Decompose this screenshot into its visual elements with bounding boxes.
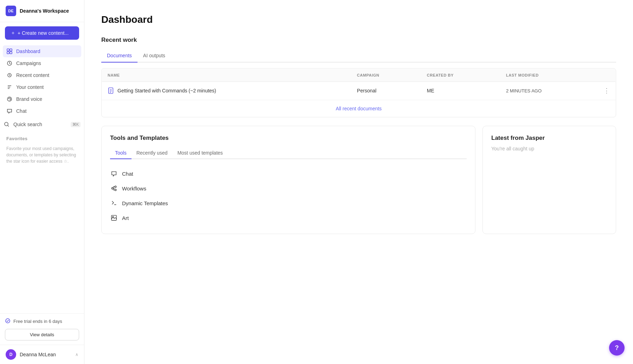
- dashboard-icon: [6, 48, 13, 54]
- svg-rect-0: [7, 49, 9, 51]
- doc-created-by: ME: [421, 82, 500, 100]
- sidebar-item-brand-voice[interactable]: Brand voice: [3, 93, 81, 105]
- table-row: Getting Started with Commands (~2 minute…: [102, 82, 616, 100]
- view-details-button[interactable]: View details: [5, 329, 79, 340]
- trial-banner: Free trial ends in 6 days: [5, 318, 79, 325]
- favorites-heading: Favorites: [0, 130, 84, 144]
- doc-actions-cell: ⋮: [598, 82, 616, 100]
- chevron-icon: ∧: [75, 352, 78, 357]
- tool-chat-icon: [110, 170, 118, 177]
- recent-work-tabs: Documents AI outputs: [101, 49, 616, 63]
- tool-dynamic-templates-icon: [110, 199, 118, 207]
- user-profile[interactable]: D Deanna McLean ∧: [0, 345, 84, 364]
- all-recent-documents-link[interactable]: All recent documents: [102, 100, 616, 117]
- search-icon: [4, 121, 10, 128]
- tab-tools[interactable]: Tools: [110, 147, 132, 159]
- latest-jasper-card: Latest from Jasper You're all caught up: [482, 126, 616, 234]
- tools-templates-heading: Tools and Templates: [110, 135, 467, 142]
- user-avatar: D: [6, 349, 16, 360]
- tool-item-workflows[interactable]: Workflows: [110, 181, 467, 196]
- tools-templates-card: Tools and Templates Tools Recently used …: [101, 126, 475, 234]
- sidebar-item-campaigns[interactable]: Campaigns: [3, 57, 81, 69]
- tool-art-icon: [110, 214, 118, 222]
- bottom-grid: Tools and Templates Tools Recently used …: [101, 126, 616, 234]
- recent-content-icon: [6, 72, 13, 78]
- help-button[interactable]: ?: [609, 340, 625, 356]
- col-name: NAME: [102, 69, 352, 82]
- workspace-avatar: DE: [6, 6, 16, 16]
- chat-icon: [6, 108, 13, 114]
- documents-table: NAME CAMPAIGN CREATED BY LAST MODIFIED: [102, 69, 616, 100]
- caught-up-message: You're all caught up: [491, 146, 607, 151]
- doc-more-menu-button[interactable]: ⋮: [603, 87, 610, 95]
- trial-icon: [5, 318, 11, 325]
- latest-jasper-heading: Latest from Jasper: [491, 135, 607, 142]
- tool-workflows-icon: [110, 184, 118, 192]
- tool-item-chat[interactable]: Chat: [110, 166, 467, 181]
- svg-rect-1: [10, 49, 12, 51]
- sidebar-item-chat[interactable]: Chat: [3, 105, 81, 117]
- svg-rect-9: [109, 88, 113, 93]
- svg-point-11: [115, 186, 116, 188]
- tools-tabs: Tools Recently used Most used templates: [110, 147, 467, 159]
- doc-name-cell: Getting Started with Commands (~2 minute…: [102, 82, 352, 100]
- keyboard-shortcut: ⌘K: [71, 122, 81, 127]
- sidebar-footer: Free trial ends in 6 days View details D…: [0, 313, 84, 364]
- doc-last-modified: 2 MINUTES AGO: [500, 82, 598, 100]
- recent-work-heading: Recent work: [101, 37, 616, 44]
- doc-campaign: Personal: [351, 82, 421, 100]
- your-content-icon: [6, 84, 13, 90]
- tools-list: Chat Workflows: [110, 166, 467, 225]
- main-content: Dashboard Recent work Documents AI outpu…: [84, 0, 633, 364]
- svg-point-12: [115, 189, 116, 191]
- document-icon: [108, 87, 115, 94]
- campaigns-icon: [6, 60, 13, 66]
- tool-item-art[interactable]: Art: [110, 210, 467, 225]
- user-name: Deanna McLean: [20, 352, 72, 357]
- svg-point-10: [111, 188, 113, 189]
- create-content-button[interactable]: ＋ + Create new content...: [5, 26, 79, 40]
- plus-icon: ＋: [11, 30, 15, 36]
- sidebar-nav: Dashboard Campaigns Recent content: [0, 44, 84, 118]
- tab-most-used-templates[interactable]: Most used templates: [172, 147, 228, 159]
- documents-table-wrapper: NAME CAMPAIGN CREATED BY LAST MODIFIED: [101, 68, 616, 117]
- sidebar-header: DE Deanna's Workspace: [0, 0, 84, 22]
- sidebar-item-your-content[interactable]: Your content: [3, 81, 81, 93]
- col-last-modified: LAST MODIFIED: [500, 69, 598, 82]
- col-created-by: CREATED BY: [421, 69, 500, 82]
- recent-work-section: Recent work Documents AI outputs NAME CA…: [101, 37, 616, 117]
- tab-ai-outputs[interactable]: AI outputs: [138, 49, 171, 63]
- svg-point-7: [5, 122, 8, 126]
- page-title: Dashboard: [101, 14, 616, 25]
- svg-rect-3: [10, 52, 12, 54]
- favorites-description: Favorite your most used campaigns, docum…: [0, 144, 84, 169]
- tab-documents[interactable]: Documents: [101, 49, 138, 63]
- svg-rect-2: [7, 52, 9, 54]
- quick-search-item[interactable]: Quick search ⌘K: [0, 118, 84, 130]
- sidebar-item-recent-content[interactable]: Recent content: [3, 69, 81, 81]
- col-campaign: CAMPAIGN: [351, 69, 421, 82]
- workspace-name: Deanna's Workspace: [20, 8, 69, 14]
- svg-point-6: [7, 97, 12, 101]
- tab-recently-used[interactable]: Recently used: [132, 147, 173, 159]
- tool-item-dynamic-templates[interactable]: Dynamic Templates: [110, 196, 467, 210]
- sidebar-item-dashboard[interactable]: Dashboard: [3, 45, 81, 57]
- brand-voice-icon: [6, 96, 13, 102]
- sidebar: DE Deanna's Workspace ＋ + Create new con…: [0, 0, 84, 364]
